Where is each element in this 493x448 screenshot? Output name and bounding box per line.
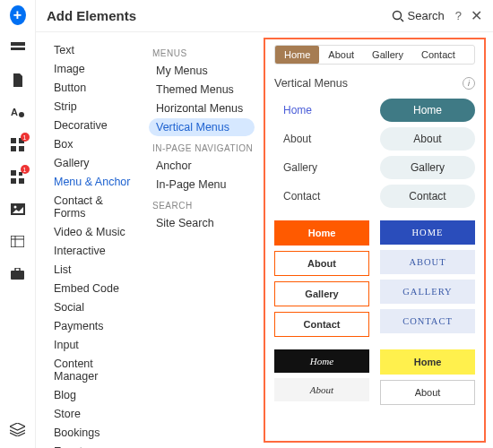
panel-header: Add Elements Search ? ✕ [36,0,493,32]
vmenu-item[interactable]: ABOUT [380,250,475,274]
category-item[interactable]: Strip [48,98,138,116]
media-icon[interactable] [10,201,26,217]
category-item[interactable]: Events [48,443,138,448]
section-icon[interactable] [10,39,26,56]
badge-icon: 1 [21,133,30,142]
vmenu-item[interactable]: Home [380,349,475,375]
category-item[interactable]: Blog [48,386,138,404]
vmenu-item[interactable]: About [274,251,369,276]
vmenu-item[interactable]: CONTACT [380,309,475,333]
svg-rect-8 [11,170,16,176]
vmenu-item[interactable]: Contact [380,185,475,208]
category-item[interactable]: Box [48,135,138,153]
vmenu-item[interactable]: Home [274,220,369,246]
category-item[interactable]: Decorative [48,116,138,134]
category-item[interactable]: Payments [48,317,138,335]
category-item[interactable]: List [48,261,138,279]
vmenu-item[interactable]: About [380,380,475,405]
left-icon-rail: + A 1 1 [0,0,36,448]
category-item[interactable]: Image [48,60,138,78]
subcategory-item[interactable]: Site Search [149,214,255,232]
group-title-inpage: IN-PAGE NAVIGATION [152,143,255,153]
category-item[interactable]: Text [48,41,138,59]
page-icon[interactable] [10,72,26,88]
svg-rect-10 [11,178,16,184]
data-icon[interactable] [10,233,26,249]
subcategory-item[interactable]: My Menus [149,62,255,80]
panel-title: Add Elements [47,8,136,23]
category-item[interactable]: Store [48,405,138,423]
business-icon[interactable] [10,265,26,281]
vertical-menu-sample-orange[interactable]: Home About Gallery Contact [274,220,369,337]
category-item[interactable]: Video & Music [48,223,138,241]
plugins-icon[interactable]: 1 [10,168,26,185]
help-icon[interactable]: ? [455,9,462,22]
vertical-menu-sample-serif[interactable]: HOME ABOUT GALLERY CONTACT [380,220,475,337]
design-icon[interactable]: A [10,104,26,120]
svg-point-19 [393,11,401,19]
vmenu-item[interactable]: Home [274,349,369,373]
subcategory-item[interactable]: Horizontal Menus [149,99,255,117]
subcategory-item[interactable]: Vertical Menus [149,118,255,136]
subcategory-item[interactable]: Themed Menus [149,81,255,99]
group-title-menus: MENUS [152,48,255,58]
hmenu-item[interactable]: Gallery [363,46,412,64]
category-item[interactable]: Social [48,298,138,316]
horizontal-menu-sample[interactable]: Home About Gallery Contact [274,45,475,65]
search-label[interactable]: Search [408,9,445,22]
category-item[interactable]: Input [48,336,138,354]
vertical-menu-sample-pills[interactable]: Home About Gallery Contact [380,99,475,208]
vmenu-item[interactable]: Gallery [380,156,475,179]
category-item[interactable]: Interactive [48,242,138,260]
subcategory-item[interactable]: Anchor [149,157,255,175]
add-button[interactable]: + [10,7,26,23]
category-item[interactable]: Embed Code [48,280,138,297]
category-item[interactable]: Contact & Forms [48,192,138,222]
vmenu-item[interactable]: About [274,127,369,151]
vertical-menu-sample-dark[interactable]: Home About [274,349,369,405]
vmenu-item[interactable]: About [380,127,475,151]
svg-rect-1 [11,47,25,50]
svg-point-13 [13,205,16,208]
category-item[interactable]: Menu & Anchor [48,173,138,191]
layers-icon[interactable] [10,421,26,437]
vmenu-item[interactable]: Gallery [274,156,369,179]
category-item[interactable]: Content Manager [48,355,138,385]
vertical-menu-sample-plain[interactable]: Home About Gallery Contact [274,99,369,208]
hmenu-item[interactable]: Home [275,46,319,64]
svg-point-3 [19,112,24,117]
svg-text:A: A [11,107,18,117]
hmenu-item[interactable]: Contact [412,46,464,64]
svg-rect-14 [11,236,24,247]
svg-rect-0 [11,42,25,46]
apps-icon[interactable]: 1 [10,136,26,152]
subcategory-item[interactable]: In-Page Menu [149,176,255,194]
vertical-menu-sample-yellow[interactable]: Home About [380,349,475,405]
hmenu-item[interactable]: About [319,46,363,64]
svg-rect-4 [11,138,16,143]
category-item[interactable]: Gallery [48,154,138,172]
vmenu-item[interactable]: Gallery [274,281,369,306]
vmenu-item[interactable]: About [274,378,369,401]
section-title: Vertical Menus [274,77,348,90]
vmenu-item[interactable]: Contact [274,312,369,337]
vmenu-item[interactable]: Home [380,99,475,122]
vmenu-item[interactable]: GALLERY [380,280,475,304]
vmenu-item[interactable]: Contact [274,185,369,208]
vmenu-item[interactable]: Home [274,99,369,122]
category-item[interactable]: Bookings [48,424,138,442]
category-list: TextImageButtonStripDecorativeBoxGallery… [36,32,143,448]
category-item[interactable]: Button [48,79,138,97]
svg-rect-6 [11,146,16,151]
info-icon[interactable]: i [463,77,475,90]
preview-area: Home About Gallery Contact Vertical Menu… [264,38,486,443]
svg-rect-18 [15,268,20,271]
vmenu-item[interactable]: HOME [380,220,475,245]
search-icon[interactable] [392,10,404,22]
svg-rect-7 [19,146,24,151]
svg-rect-11 [19,178,24,184]
subcategory-list: MENUS My MenusThemed MenusHorizontal Men… [143,32,260,448]
svg-line-20 [401,19,403,22]
group-title-search: SEARCH [152,201,255,211]
close-icon[interactable]: ✕ [471,7,482,24]
